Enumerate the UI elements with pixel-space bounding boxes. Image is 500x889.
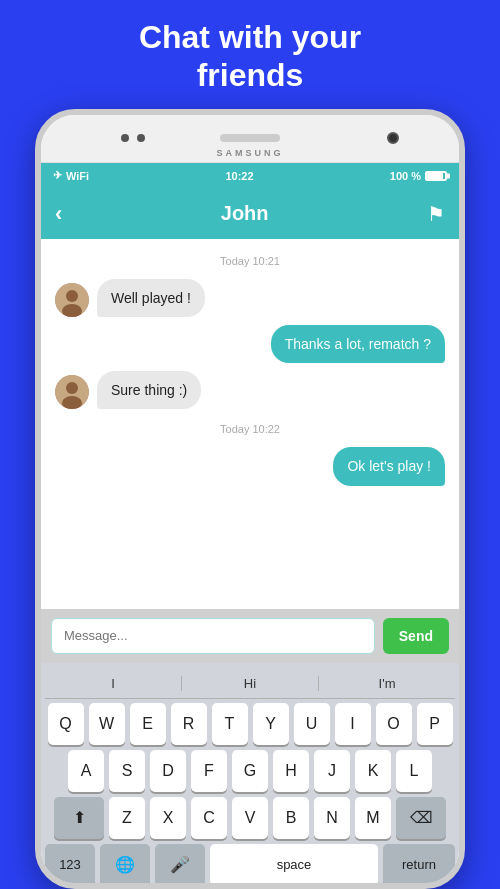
camera-dot-left2	[137, 134, 145, 142]
status-time: 10:22	[225, 170, 253, 182]
key-d[interactable]: D	[150, 750, 186, 792]
key-k[interactable]: K	[355, 750, 391, 792]
date-label-2: Today 10:22	[55, 423, 445, 435]
key-b[interactable]: B	[273, 797, 309, 839]
key-j[interactable]: J	[314, 750, 350, 792]
speaker-grill	[220, 134, 280, 142]
key-o[interactable]: O	[376, 703, 412, 745]
message-row: Ok let's play !	[55, 447, 445, 485]
key-m[interactable]: M	[355, 797, 391, 839]
phone-bezel-top: SAMSUNG	[41, 115, 459, 163]
message-row: Well played !	[55, 279, 445, 317]
message-input-area: Send	[41, 609, 459, 663]
key-p[interactable]: P	[417, 703, 453, 745]
numbers-key[interactable]: 123	[45, 844, 95, 886]
autocomplete-row: I Hi I'm	[45, 669, 455, 699]
key-c[interactable]: C	[191, 797, 227, 839]
autocomplete-item[interactable]: Hi	[182, 676, 319, 691]
bubble-sent: Thanks a lot, rematch ?	[271, 325, 445, 363]
key-r[interactable]: R	[171, 703, 207, 745]
shift-key[interactable]: ⬆	[54, 797, 104, 839]
battery-icon	[425, 171, 447, 181]
key-q[interactable]: Q	[48, 703, 84, 745]
status-icons-right: 100 %	[390, 170, 447, 182]
autocomplete-item[interactable]: I'm	[319, 676, 455, 691]
svg-point-4	[66, 382, 78, 394]
keyboard-row-1: Q W E R T Y U I O P	[45, 703, 455, 745]
airplane-icon: ✈	[53, 169, 62, 182]
battery-label: 100 %	[390, 170, 421, 182]
space-key[interactable]: space	[210, 844, 378, 886]
avatar	[55, 375, 89, 409]
phone-mockup: SAMSUNG ✈ WiFi 10:22 100 % ‹ John ⚑	[35, 109, 465, 889]
key-n[interactable]: N	[314, 797, 350, 839]
key-s[interactable]: S	[109, 750, 145, 792]
bubble-sent: Ok let's play !	[333, 447, 445, 485]
chat-area: Today 10:21 Well played ! Thanks a lo	[41, 239, 459, 609]
key-l[interactable]: L	[396, 750, 432, 792]
status-icons-left: ✈ WiFi	[53, 169, 89, 182]
svg-point-1	[66, 290, 78, 302]
message-input[interactable]	[51, 618, 375, 654]
keyboard-row-4: 123 🌐 🎤 space return	[45, 844, 455, 886]
key-v[interactable]: V	[232, 797, 268, 839]
flag-button[interactable]: ⚑	[427, 202, 445, 226]
camera-dot-left	[121, 134, 129, 142]
keyboard-row-3: ⬆ Z X C V B N M ⌫	[45, 797, 455, 839]
globe-key[interactable]: 🌐	[100, 844, 150, 886]
key-f[interactable]: F	[191, 750, 227, 792]
send-button[interactable]: Send	[383, 618, 449, 654]
message-row: Thanks a lot, rematch ?	[55, 325, 445, 363]
key-t[interactable]: T	[212, 703, 248, 745]
bubble-received: Well played !	[97, 279, 205, 317]
nav-bar: ‹ John ⚑	[41, 189, 459, 239]
key-x[interactable]: X	[150, 797, 186, 839]
mic-key[interactable]: 🎤	[155, 844, 205, 886]
key-e[interactable]: E	[130, 703, 166, 745]
date-label-1: Today 10:21	[55, 255, 445, 267]
key-h[interactable]: H	[273, 750, 309, 792]
avatar	[55, 283, 89, 317]
return-key[interactable]: return	[383, 844, 455, 886]
bubble-received: Sure thing :)	[97, 371, 201, 409]
key-z[interactable]: Z	[109, 797, 145, 839]
message-row: Sure thing :)	[55, 371, 445, 409]
wifi-icon: WiFi	[66, 170, 89, 182]
brand-label: SAMSUNG	[216, 148, 283, 158]
keyboard-row-2: A S D F G H J K L	[45, 750, 455, 792]
battery-fill	[427, 173, 443, 179]
key-w[interactable]: W	[89, 703, 125, 745]
status-bar: ✈ WiFi 10:22 100 %	[41, 163, 459, 189]
key-y[interactable]: Y	[253, 703, 289, 745]
key-i[interactable]: I	[335, 703, 371, 745]
key-a[interactable]: A	[68, 750, 104, 792]
camera-dot-right	[387, 132, 399, 144]
backspace-key[interactable]: ⌫	[396, 797, 446, 839]
nav-title: John	[221, 202, 269, 225]
key-u[interactable]: U	[294, 703, 330, 745]
page-title: Chat with your friends	[0, 18, 500, 95]
key-g[interactable]: G	[232, 750, 268, 792]
back-button[interactable]: ‹	[55, 201, 62, 227]
keyboard: I Hi I'm Q W E R T Y U I O P A S D	[41, 663, 459, 889]
autocomplete-item[interactable]: I	[45, 676, 182, 691]
